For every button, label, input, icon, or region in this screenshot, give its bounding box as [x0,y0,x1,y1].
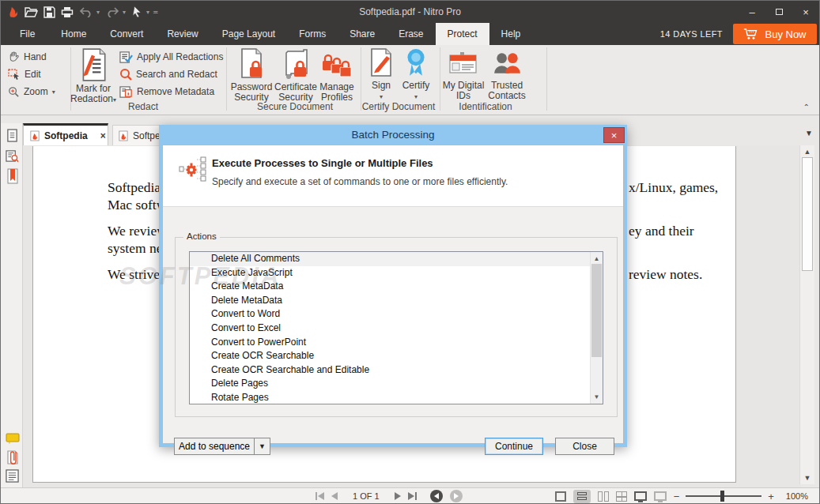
select-tool-button[interactable] [131,6,143,18]
zoom-slider-thumb[interactable] [720,491,724,502]
zoom-out-button[interactable]: − [674,491,680,502]
facing-pages-view-button[interactable] [598,491,609,502]
tab-protect[interactable]: Protect [436,23,489,45]
close-button[interactable]: Close [555,438,614,455]
output-panel-button[interactable] [5,468,20,483]
undo-button[interactable] [79,7,93,17]
redact-group-label: Redact [96,101,191,112]
save-button[interactable] [43,6,55,18]
zoom-slider-track[interactable] [686,495,761,497]
list-item[interactable]: Create MetaData [190,280,603,294]
buy-now-button[interactable]: Buy Now [733,24,817,44]
scroll-down-icon[interactable]: ▼ [800,474,814,482]
list-item[interactable]: Delete MetaData [190,294,603,308]
tab-forms[interactable]: Forms [287,23,338,45]
certificate-security-button[interactable]: Certificate Security [271,48,320,103]
open-button[interactable] [25,6,38,17]
ribbon-tab-bar: File Home Convert Review Page Layout For… [1,23,819,45]
next-view-button[interactable] [450,490,463,502]
actions-listbox[interactable]: Delete All Comments Execute JavaScript C… [189,251,603,404]
document-text-line: Mac softw [108,197,166,213]
close-window-button[interactable]: × [792,1,819,23]
tab-review[interactable]: Review [155,23,210,45]
collapse-ribbon-button[interactable]: ⌃ [803,103,810,111]
single-page-view-button[interactable] [555,491,566,502]
hand-tool-button[interactable]: Hand [8,49,47,65]
edit-tool-button[interactable]: Edit [8,66,41,82]
document-text-line: Softpedia [108,179,161,196]
select-tool-dropdown[interactable]: ▾ [146,9,149,16]
mark-for-redaction-button[interactable]: Mark for Redaction▾ [69,48,118,105]
tab-erase[interactable]: Erase [387,23,435,45]
document-tab-2[interactable]: Softped [112,125,163,145]
last-page-button[interactable] [408,492,417,500]
maximize-button[interactable] [765,1,792,23]
redo-button[interactable] [105,7,119,17]
list-item[interactable]: Delete Pages [190,377,603,391]
tab-home[interactable]: Home [49,23,98,45]
tab-file[interactable]: File [1,23,49,45]
tab-help[interactable]: Help [489,23,533,45]
undo-dropdown[interactable]: ▾ [96,9,100,16]
comments-panel-button[interactable] [5,431,20,446]
list-item[interactable]: Execute JavaScript [190,266,603,280]
list-item[interactable]: Rotate Pages [190,391,603,404]
trusted-contacts-icon [485,48,529,78]
continue-button[interactable]: Continue [485,438,543,455]
list-item[interactable]: Delete All Comments [190,252,603,266]
zoom-slider: − + [674,491,774,502]
tab-convert[interactable]: Convert [98,23,155,45]
manage-profiles-button[interactable]: Manage Profiles [314,48,360,103]
presentation-view-button[interactable] [654,491,667,501]
first-page-button[interactable] [316,492,324,500]
add-to-sequence-button[interactable]: Add to sequence ▼ [174,438,270,455]
search-panel-button[interactable] [5,149,20,164]
previous-page-button[interactable] [331,492,338,500]
customize-toolbar-button[interactable]: ≖ [153,8,159,16]
zoom-in-button[interactable]: + [768,491,774,502]
list-item[interactable]: Convert to PowerPoint [190,336,603,350]
print-button[interactable] [61,6,74,18]
minimize-button[interactable]: – [739,1,765,23]
attachments-panel-button[interactable] [5,449,20,465]
close-tab-icon[interactable]: × [100,130,106,141]
scrollbar-thumb[interactable] [591,264,602,357]
scroll-up-icon[interactable]: ▲ [591,255,603,262]
apply-all-redactions-button[interactable]: Apply All Redactions [119,49,223,65]
previous-view-button[interactable] [430,490,443,502]
search-and-redact-button[interactable]: Search and Redact [119,66,217,82]
grid-view-button[interactable] [616,491,627,502]
certify-button[interactable]: Certify ▾ [398,48,434,102]
continuous-view-button[interactable] [573,490,591,503]
apply-all-redactions-icon [119,51,133,64]
tab-share[interactable]: Share [338,23,387,45]
list-item[interactable]: Convert to Word [190,307,603,322]
scroll-up-icon[interactable]: ▲ [800,148,814,156]
bookmarks-panel-button[interactable] [5,168,20,183]
chevron-down-icon[interactable]: ▼ [254,438,270,454]
list-item[interactable]: Convert to Excel [190,322,603,336]
document-tab-1[interactable]: Softpedia × [23,123,108,145]
redo-dropdown[interactable]: ▾ [123,9,126,16]
tab-overflow-chevron[interactable]: ▼ [805,129,813,137]
list-scrollbar[interactable]: ▲ ▼ [590,252,603,404]
remove-metadata-button[interactable]: Remove Metadata [119,84,214,100]
list-item[interactable]: Create OCR Searchable and Editable [190,363,603,378]
scroll-down-icon[interactable]: ▼ [591,393,603,401]
dialog-header: Execute Processes to Single or Multiple … [163,145,623,207]
trusted-contacts-button[interactable]: Trusted Contacts [485,48,529,101]
next-page-button[interactable] [395,492,401,500]
document-text-line: system ne [108,240,163,257]
password-security-button[interactable]: Password Security [227,48,276,103]
list-item[interactable]: Create OCR Searchable [190,349,603,363]
sign-button[interactable]: Sign ▾ [363,48,399,102]
zoom-tool-button[interactable]: Zoom ▾ [8,84,55,100]
full-screen-view-button[interactable] [634,491,647,501]
my-digital-ids-button[interactable]: My Digital IDs [441,48,486,101]
vertical-scrollbar[interactable]: ▲ ▼ [799,145,814,484]
dialog-close-button[interactable]: × [603,127,625,143]
tab-page-layout[interactable]: Page Layout [210,23,287,45]
page-navigation: 1 OF 1 [316,488,463,504]
scrollbar-thumb[interactable] [802,157,813,271]
pages-panel-button[interactable] [5,128,20,143]
